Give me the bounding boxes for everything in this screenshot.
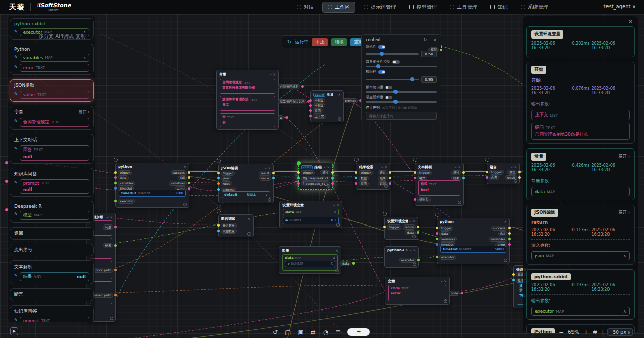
port-成功[interactable]: 成功: [507, 170, 521, 174]
minimize-icon[interactable]: –: [106, 215, 108, 219]
edit-icon[interactable]: ✎: [14, 146, 18, 151]
drag-handle[interactable]: [383, 212, 387, 216]
chevron-icon[interactable]: ∧: [333, 256, 335, 260]
node-header[interactable]: 文本解析–×: [415, 163, 463, 171]
port-提问[interactable]: 提问: [355, 182, 369, 185]
history-icon[interactable]: ◔: [323, 329, 328, 336]
node-header[interactable]: 结果检索–×: [356, 163, 390, 171]
chevron-up-icon[interactable]: ∧: [623, 309, 626, 314]
param-toggle[interactable]: [378, 45, 385, 49]
port-结果[interactable]: 结果: [378, 176, 391, 180]
nav-item-工具管理[interactable]: 工具管理: [445, 2, 482, 12]
node-var-1[interactable]: 变量–×合同管理规定员工管理办法文档w合同管理规定TEXT某某科技集团有限公司放…: [216, 70, 279, 130]
slider-thumb[interactable]: [410, 77, 414, 81]
drag-handle[interactable]: [354, 158, 359, 162]
auto-layout-icon[interactable]: ⇄: [311, 329, 316, 336]
expand-link[interactable]: 展开 ›: [618, 154, 630, 160]
param-slider[interactable]: [366, 101, 437, 103]
nav-item-系统管理[interactable]: 系统管理: [516, 2, 553, 12]
slider-thumb[interactable]: [393, 100, 398, 104]
node-header[interactable]: 设置环境变量–×: [385, 217, 418, 225]
edit-icon[interactable]: ✎: [14, 119, 18, 123]
port-code[interactable]: code: [449, 291, 463, 295]
port-规则入[interactable]: 规则入: [414, 198, 431, 201]
node-field-a[interactable]: aNUMBER0.1: [283, 217, 339, 224]
node-header[interactable]: 常量–×: [279, 247, 341, 254]
node-field-c[interactable]: cNUMBER6: [285, 261, 335, 267]
port-json[interactable]: json: [217, 176, 231, 180]
refresh-icon[interactable]: ↻: [406, 248, 408, 252]
node-header[interactable]: python–×: [116, 163, 189, 170]
close-icon[interactable]: ×: [413, 248, 416, 252]
port-schema[interactable]: schema: [217, 187, 236, 191]
edit-icon[interactable]: ✎: [14, 212, 18, 216]
field-结果[interactable]: 结果ANYnull: [20, 272, 89, 281]
port-提问[interactable]: 提问: [309, 109, 323, 112]
node-header[interactable]: python–×: [437, 218, 509, 225]
port-trigger[interactable]: trigger: [414, 171, 432, 174]
stop-sequence-input[interactable]: [366, 112, 437, 120]
minimize-icon[interactable]: –: [500, 220, 502, 224]
port-trigger[interactable]: trigger: [486, 170, 504, 174]
port-trigger[interactable]: trigger: [436, 226, 453, 230]
chevron-icon[interactable]: ∨: [334, 210, 336, 214]
console-icon[interactable]: ▶: [10, 327, 18, 335]
param-executor[interactable]: executorMAP∧: [531, 307, 630, 316]
minimize-icon[interactable]: –: [410, 248, 411, 252]
port-全部1[interactable]: 全部1: [309, 99, 325, 102]
info-icon[interactable]: i: [413, 262, 416, 266]
zoom-out-button[interactable]: −: [559, 329, 564, 336]
port-数据[interactable]: 数据: [355, 176, 369, 180]
close-icon[interactable]: ×: [336, 249, 338, 253]
node-header[interactable]: v1.0.0推理执行–×: [299, 163, 332, 171]
node-field-timeOut[interactable]: timeOutNUMBER5000: [440, 246, 506, 253]
param-提问[interactable]: 提问TEXT合同管理条例第30条是什么: [531, 123, 630, 140]
info-icon[interactable]: i: [336, 223, 340, 227]
close-icon[interactable]: ×: [433, 37, 437, 42]
field-prompt[interactable]: promptTEXTnull: [20, 317, 89, 322]
node-header[interactable]: python-rabbit↻–×: [385, 247, 418, 253]
port-value[interactable]: value: [259, 176, 275, 180]
close-icon[interactable]: ×: [268, 166, 271, 170]
close-icon[interactable]: ×: [628, 18, 633, 25]
field-回答[interactable]: 回答TEXTnull: [20, 145, 89, 161]
param-data[interactable]: dataMAP: [531, 187, 630, 196]
sidebar-card-返回[interactable]: 返回: [10, 227, 94, 240]
node-field-data[interactable]: dataMAP∧cNUMBER6: [282, 254, 338, 271]
info-icon[interactable]: i: [412, 235, 416, 238]
nav-item-知识[interactable]: 知识: [485, 2, 513, 12]
grid-snap-icon[interactable]: #: [592, 329, 597, 336]
port-executor[interactable]: executor: [114, 199, 135, 203]
sidebar-card-上下文对话[interactable]: 上下文对话✎回答TEXTnull: [10, 134, 94, 164]
field-模型[interactable]: 模型MAP: [20, 211, 89, 220]
param-slider[interactable]: [366, 91, 437, 93]
node-header[interactable]: v1.1.0生成提示词–×: [311, 91, 343, 98]
port-rules[interactable]: rules: [217, 182, 232, 185]
node-field-timeOut[interactable]: timeOutNUMBER3000: [119, 190, 186, 197]
param-slider[interactable]: [366, 79, 419, 80]
expand-link[interactable]: 展开 ›: [78, 109, 89, 115]
port-trigger[interactable]: trigger: [297, 171, 315, 174]
param-上下文[interactable]: 上下文LIST: [531, 110, 630, 120]
node-python-2[interactable]: python–×triggerdatavariablestimeOutexecu…: [437, 218, 510, 264]
info-icon[interactable]: i: [384, 184, 388, 188]
expand-link[interactable]: 展开 ›: [618, 210, 630, 216]
model-output-port[interactable]: 模型: [428, 47, 442, 52]
port-通过[interactable]: 通过: [320, 171, 334, 174]
port-success[interactable]: success: [491, 226, 511, 230]
minimize-icon[interactable]: –: [332, 249, 334, 253]
drag-handle[interactable]: [114, 158, 118, 162]
minimize-icon[interactable]: –: [270, 72, 271, 77]
close-icon[interactable]: ×: [248, 217, 251, 221]
node-search-1[interactable]: 结果检索–×trigger数据提问通过结果返回i: [356, 163, 390, 190]
sidebar-card-文本解析[interactable]: 文本解析✎结果ANYnull: [10, 260, 94, 284]
port-员工管理办法文档[interactable]: 员工管理办法文档: [278, 100, 310, 103]
user-menu[interactable]: test_agent ∨: [603, 4, 636, 9]
minimize-icon[interactable]: –: [381, 165, 383, 169]
port-fail[interactable]: fail: [178, 176, 190, 179]
port-断言数量[interactable]: 断言数量: [217, 223, 237, 227]
info-icon[interactable]: i: [444, 299, 447, 303]
port-内容[interactable]: 内容: [486, 176, 499, 179]
minimize-icon[interactable]: –: [429, 37, 431, 42]
edit-icon[interactable]: ✎: [14, 273, 18, 278]
